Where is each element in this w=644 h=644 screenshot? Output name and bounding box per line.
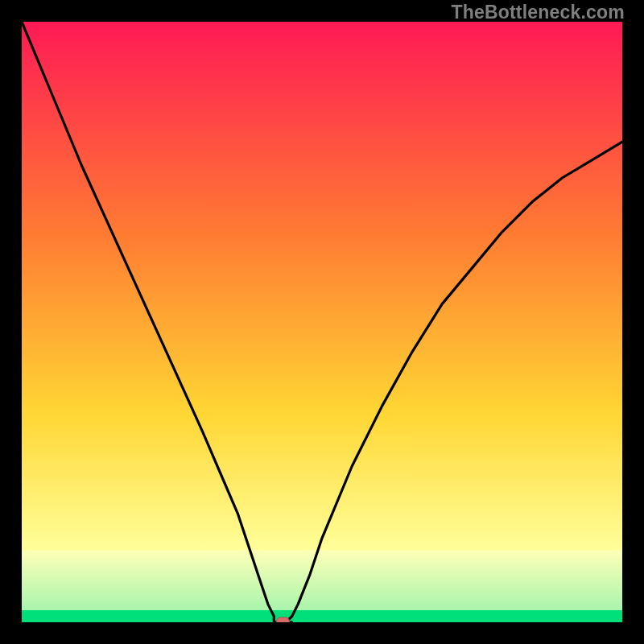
outer-frame: TheBottleneck.com	[0, 0, 644, 644]
chart-area	[22, 22, 622, 622]
optimal-marker	[277, 617, 290, 622]
chart-svg	[22, 22, 622, 622]
gradient-background	[22, 22, 622, 622]
watermark-text: TheBottleneck.com	[451, 2, 625, 23]
highlight-band	[22, 550, 622, 610]
bottom-green-strip	[22, 610, 622, 622]
